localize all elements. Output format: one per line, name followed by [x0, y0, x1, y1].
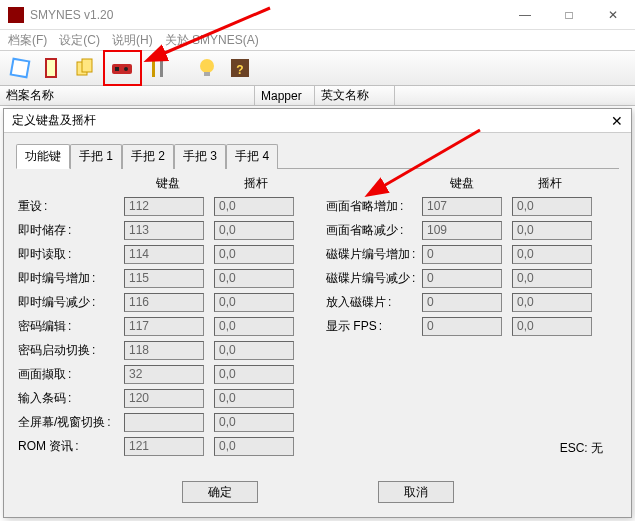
- keyboard-input[interactable]: 107: [422, 197, 502, 216]
- svg-point-8: [124, 67, 128, 71]
- keyboard-input[interactable]: 0: [422, 245, 502, 264]
- joystick-input[interactable]: 0,0: [214, 245, 294, 264]
- column-headers-row: 键盘 摇杆 键盘 摇杆: [4, 169, 631, 194]
- svg-rect-7: [115, 67, 119, 71]
- keyboard-input[interactable]: 0: [422, 269, 502, 288]
- window-title: SMYNES v1.20: [30, 8, 503, 22]
- keymap-label: 全屏幕/视窗切换: [18, 414, 124, 431]
- keymap-row: 画面省略增加1070,0: [326, 194, 616, 218]
- keymap-label: 画面省略减少: [326, 222, 422, 239]
- joystick-input[interactable]: 0,0: [214, 389, 294, 408]
- keymap-label: 磁碟片编号增加: [326, 246, 422, 263]
- close-button[interactable]: ✕: [591, 0, 635, 30]
- toolbar-controller-icon[interactable]: [106, 53, 138, 83]
- hdr-joystick-left: 摇杆: [212, 175, 300, 192]
- tab-pad3[interactable]: 手把 3: [174, 144, 226, 169]
- maximize-button[interactable]: □: [547, 0, 591, 30]
- joystick-input[interactable]: 0,0: [214, 365, 294, 384]
- keymap-row: 即时储存1130,0: [18, 218, 326, 242]
- app-icon: [8, 7, 24, 23]
- menu-file[interactable]: 档案(F): [8, 32, 47, 48]
- keymap-row: 输入条码1200,0: [18, 386, 326, 410]
- keyboard-input[interactable]: [124, 413, 204, 432]
- col-mapper[interactable]: Mapper: [255, 86, 315, 105]
- menu-settings[interactable]: 设定(C): [59, 32, 100, 48]
- keymap-row: 重设1120,0: [18, 194, 326, 218]
- joystick-input[interactable]: 0,0: [214, 341, 294, 360]
- svg-rect-5: [82, 59, 92, 72]
- joystick-input[interactable]: 0,0: [512, 317, 592, 336]
- keyboard-input[interactable]: 121: [124, 437, 204, 456]
- joystick-input[interactable]: 0,0: [512, 197, 592, 216]
- ok-button[interactable]: 确定: [182, 481, 258, 503]
- dialog-tabs: 功能键 手把 1 手把 2 手把 3 手把 4: [4, 133, 631, 168]
- tab-pad1[interactable]: 手把 1: [70, 144, 122, 169]
- menu-about[interactable]: 关於 SMYNES(A): [165, 32, 259, 48]
- titlebar: SMYNES v1.20 — □ ✕: [0, 0, 635, 30]
- keymap-row: 画面省略减少1090,0: [326, 218, 616, 242]
- tab-pad4[interactable]: 手把 4: [226, 144, 278, 169]
- keymap-label: 即时编号减少: [18, 294, 124, 311]
- toolbar-copy-icon[interactable]: [70, 53, 102, 83]
- column-headers: 档案名称 Mapper 英文名称: [0, 86, 635, 106]
- joystick-input[interactable]: 0,0: [512, 221, 592, 240]
- keyboard-input[interactable]: 113: [124, 221, 204, 240]
- col-filename[interactable]: 档案名称: [0, 86, 255, 105]
- svg-rect-10: [160, 59, 163, 77]
- keyboard-input[interactable]: 118: [124, 341, 204, 360]
- tab-function-keys[interactable]: 功能键: [16, 144, 70, 169]
- keyboard-input[interactable]: 0: [422, 293, 502, 312]
- hdr-keyboard-left: 键盘: [124, 175, 212, 192]
- keymap-label: 显示 FPS: [326, 318, 422, 335]
- keyboard-input[interactable]: 0: [422, 317, 502, 336]
- toolbar-tools-icon[interactable]: [142, 53, 174, 83]
- joystick-input[interactable]: 0,0: [214, 317, 294, 336]
- keymap-row: 全屏幕/视窗切换0,0: [18, 410, 326, 434]
- keyboard-input[interactable]: 115: [124, 269, 204, 288]
- menubar: 档案(F) 设定(C) 说明(H) 关於 SMYNES(A): [0, 30, 635, 50]
- keymap-label: 即时读取: [18, 246, 124, 263]
- cancel-button[interactable]: 取消: [378, 481, 454, 503]
- keyboard-input[interactable]: 32: [124, 365, 204, 384]
- joystick-input[interactable]: 0,0: [214, 413, 294, 432]
- col-engname[interactable]: 英文名称: [315, 86, 395, 105]
- tab-pad2[interactable]: 手把 2: [122, 144, 174, 169]
- toolbar-exit-icon[interactable]: [37, 53, 69, 83]
- keymap-label: 密码编辑: [18, 318, 124, 335]
- dialog-title: 定义键盘及摇杆: [12, 112, 611, 129]
- svg-rect-3: [47, 60, 55, 76]
- keyboard-input[interactable]: 120: [124, 389, 204, 408]
- svg-point-11: [200, 59, 214, 73]
- keymap-row: 即时编号减少1160,0: [18, 290, 326, 314]
- toolbar-bulb-icon[interactable]: [191, 53, 223, 83]
- joystick-input[interactable]: 0,0: [214, 437, 294, 456]
- joystick-input[interactable]: 0,0: [512, 245, 592, 264]
- joystick-input[interactable]: 0,0: [512, 269, 592, 288]
- menu-help[interactable]: 说明(H): [112, 32, 153, 48]
- joystick-input[interactable]: 0,0: [214, 293, 294, 312]
- keymap-row: 即时读取1140,0: [18, 242, 326, 266]
- keyboard-input[interactable]: 116: [124, 293, 204, 312]
- svg-text:?: ?: [236, 63, 243, 77]
- toolbar-help-icon[interactable]: ?: [224, 53, 256, 83]
- keymap-row: 磁碟片编号增加00,0: [326, 242, 616, 266]
- keyboard-input[interactable]: 114: [124, 245, 204, 264]
- joystick-input[interactable]: 0,0: [214, 197, 294, 216]
- keymap-label: 放入磁碟片: [326, 294, 422, 311]
- hdr-keyboard-right: 键盘: [418, 175, 506, 192]
- joystick-input[interactable]: 0,0: [214, 269, 294, 288]
- keymap-label: 磁碟片编号减少: [326, 270, 422, 287]
- joystick-input[interactable]: 0,0: [214, 221, 294, 240]
- highlight-box: [103, 50, 142, 86]
- keyboard-input[interactable]: 117: [124, 317, 204, 336]
- keymap-dialog: 定义键盘及摇杆 ✕ 功能键 手把 1 手把 2 手把 3 手把 4 键盘 摇杆 …: [3, 108, 632, 518]
- keyboard-input[interactable]: 109: [422, 221, 502, 240]
- hdr-joystick-right: 摇杆: [506, 175, 594, 192]
- minimize-button[interactable]: —: [503, 0, 547, 30]
- keyboard-input[interactable]: 112: [124, 197, 204, 216]
- toolbar-rom-icon[interactable]: [4, 53, 36, 83]
- dialog-close-icon[interactable]: ✕: [611, 113, 623, 129]
- joystick-input[interactable]: 0,0: [512, 293, 592, 312]
- toolbar: ?: [0, 50, 635, 86]
- svg-rect-1: [12, 60, 28, 76]
